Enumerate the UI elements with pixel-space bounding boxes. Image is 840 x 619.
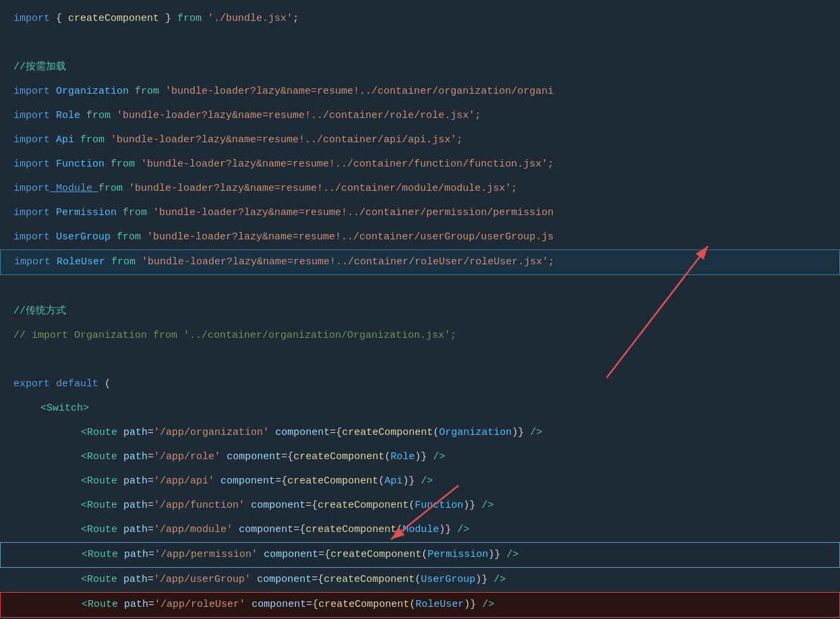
code-line-blank-2	[0, 275, 840, 299]
keyword-import: import	[13, 7, 50, 31]
code-line-route-org: < Route path = '/app/organization' compo…	[0, 421, 840, 445]
code-line-switch-open: <Switch>	[0, 396, 840, 421]
code-line-route-usergroup: < Route path = '/app/userGroup' componen…	[0, 568, 840, 592]
code-line-blank-3	[0, 348, 840, 372]
code-line-api: import Api from 'bundle-loader?lazy&name…	[0, 128, 840, 152]
code-line-roleuser-import: import RoleUser from 'bundle-loader?lazy…	[0, 249, 840, 275]
code-line-usergroup: import UserGroup from 'bundle-loader?laz…	[0, 225, 840, 249]
code-line-permission: import Permission from 'bundle-loader?la…	[0, 201, 840, 225]
code-line-export: export default (	[0, 372, 840, 396]
code-block: import { createComponent } from './bundl…	[0, 0, 840, 619]
code-line-role: import Role from 'bundle-loader?lazy&nam…	[0, 104, 840, 128]
code-line-route-permission: < Route path = '/app/permission' compone…	[0, 542, 840, 568]
code-line-comment-import: // import Organization from '../containe…	[0, 324, 840, 348]
code-line-1: import { createComponent } from './bundl…	[0, 7, 840, 31]
code-line-org: import Organization from 'bundle-loader?…	[0, 80, 840, 104]
code-line-route-roleuser: < Route path = '/app/roleUser' component…	[0, 592, 840, 618]
code-line-route-function: < Route path = '/app/function' component…	[0, 494, 840, 518]
code-line-function: import Function from 'bundle-loader?lazy…	[0, 152, 840, 177]
code-line-module: import Module from 'bundle-loader?lazy&n…	[0, 177, 840, 201]
code-line-blank-1	[0, 31, 840, 55]
code-line-route-api: < Route path = '/app/api' component = { …	[0, 469, 840, 494]
code-line-comment-chinese-1: //按需加载	[0, 55, 840, 80]
code-line-route-module: < Route path = '/app/module' component =…	[0, 518, 840, 542]
code-line-comment-chinese-2: //传统方式	[0, 299, 840, 324]
code-line-route-role: < Route path = '/app/role' component = {…	[0, 445, 840, 469]
